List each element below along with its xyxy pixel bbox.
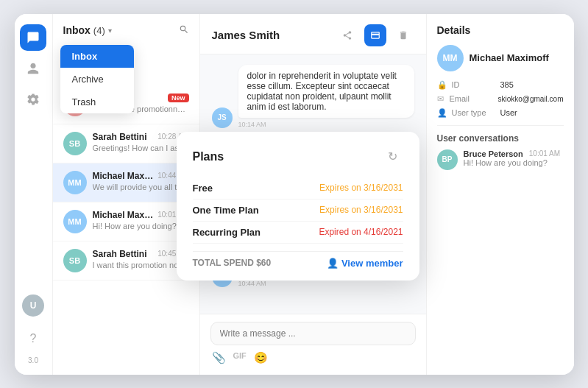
gif-icon[interactable]: GIF: [233, 351, 247, 364]
conv-name: Sarah Bettini: [93, 132, 147, 142]
plan-expiry: Expires on 3/16/2031: [319, 183, 403, 193]
details-user-row: MM Michael Maximoff: [437, 45, 564, 71]
conv-name: Michael Maximoff: [93, 171, 155, 181]
sidebar-icons: U ? 3.0: [15, 14, 53, 375]
conv-name: Sarah Bettini: [93, 249, 147, 259]
conv-preview: I want this promotion now! for this secr…: [93, 261, 189, 269]
plan-name: One Time Plan: [193, 205, 259, 216]
details-email-field: ✉ Email skiokko@gmail.com: [437, 94, 564, 104]
inbox-chevron-icon: ▾: [108, 27, 112, 35]
details-usertype-field: 👤 User type User: [437, 108, 564, 118]
plan-expiry: Expires on 3/16/2031: [319, 205, 403, 215]
plan-name: Recurring Plan: [193, 227, 261, 238]
user-conv-msg: Hi! How are you doing?: [464, 158, 561, 167]
details-email-label: Email: [449, 94, 493, 103]
new-badge: New: [168, 94, 189, 102]
plans-footer: TOTAL SPEND $60 👤 View member: [193, 251, 403, 269]
chat-header-actions: [336, 24, 414, 46]
details-user-name: Michael Maximoff: [470, 52, 549, 63]
details-usertype-label: User type: [452, 108, 496, 117]
email-icon: ✉: [437, 94, 445, 104]
dropdown-item-archive[interactable]: Archive: [60, 68, 134, 91]
details-id-label: ID: [452, 80, 496, 89]
conv-preview: Hi! How are you doing?: [93, 222, 189, 230]
plan-row-onetimeplan: One Time Plan Expires on 3/16/2031: [193, 200, 403, 222]
plans-popup-header: Plans ↻: [193, 147, 403, 167]
inbox-dropdown: Inbox Archive Trash: [60, 45, 134, 113]
avatar: MM: [63, 210, 87, 233]
details-usertype-value: User: [500, 108, 517, 117]
inbox-search-button[interactable]: [179, 24, 189, 37]
details-divider: [437, 125, 564, 126]
user-conversations-title: User conversations: [437, 133, 564, 144]
plan-row-free: Free Expires on 3/16/2031: [193, 177, 403, 200]
plans-popup: Plans ↻ Free Expires on 3/16/2031 One Ti…: [177, 132, 419, 281]
sidebar-chat-button[interactable]: [20, 24, 46, 51]
chat-contact-name: James Smith: [212, 29, 280, 41]
inbox-title-toggle[interactable]: Inbox (4) ▾: [63, 24, 112, 36]
view-member-button[interactable]: 👤 View member: [327, 258, 403, 269]
sidebar-contacts-button[interactable]: [20, 55, 46, 82]
avatar: SB: [63, 249, 87, 272]
app-container: U ? 3.0 Inbox (4) ▾ Inbox Archive Trash …: [15, 14, 574, 375]
sidebar-settings-button[interactable]: [20, 86, 46, 113]
plan-expiry: Expired on 4/16/2021: [319, 227, 403, 237]
avatar: MM: [63, 171, 87, 194]
plans-refresh-button[interactable]: ↻: [383, 147, 403, 167]
attach-icon[interactable]: 📎: [212, 351, 226, 364]
chat-share-button[interactable]: [336, 24, 358, 46]
user-conv-item[interactable]: BP Bruce Peterson 10:01 AM Hi! How are y…: [437, 149, 564, 170]
chat-input-area: 📎 GIF 😊: [200, 314, 426, 375]
emoji-icon[interactable]: 😊: [254, 351, 268, 364]
plans-total: TOTAL SPEND $60: [193, 258, 272, 268]
chat-plans-button[interactable]: [364, 24, 386, 46]
conv-name: Michael Maximoff: [93, 210, 155, 220]
sidebar-user-avatar[interactable]: U: [22, 294, 44, 317]
message-input[interactable]: [210, 322, 416, 345]
user-conv-avatar: BP: [437, 149, 458, 170]
details-panel: Details MM Michael Maximoff 🔒 ID 385 ✉ E…: [427, 14, 574, 375]
chat-delete-button[interactable]: [392, 24, 414, 46]
plan-name: Free: [193, 183, 213, 194]
details-email-value: skiokko@gmail.com: [497, 95, 563, 103]
avatar: SB: [63, 132, 87, 155]
plan-row-recurring: Recurring Plan Expired on 4/16/2021: [193, 222, 403, 244]
user-conv-name: Bruce Peterson: [464, 149, 523, 158]
dropdown-item-inbox[interactable]: Inbox: [60, 45, 134, 68]
id-icon: 🔒: [437, 80, 447, 90]
sidebar-version: 3.0: [28, 356, 38, 364]
details-avatar: MM: [437, 45, 464, 71]
message-row: JS dolor in reprehenderit in voluptate v…: [212, 65, 414, 128]
inbox-header: Inbox (4) ▾: [53, 14, 199, 43]
person-icon: 👤: [327, 258, 339, 269]
usertype-icon: 👤: [437, 108, 447, 118]
message-time: 10:14 AM: [238, 121, 414, 128]
plans-title: Plans: [193, 150, 224, 163]
details-id-field: 🔒 ID 385: [437, 80, 564, 90]
view-member-label: View member: [341, 258, 403, 269]
avatar: JS: [212, 107, 233, 128]
inbox-count: (4): [93, 25, 105, 36]
conv-preview: We will provide you all the email within…: [93, 183, 189, 191]
sidebar-help-button[interactable]: ?: [20, 325, 46, 352]
details-id-value: 385: [500, 80, 514, 89]
message-bubble: dolor in reprehenderit in voluptate veli…: [238, 65, 414, 118]
inbox-title: Inbox: [63, 24, 91, 36]
message-time: 10:44 AM: [238, 280, 414, 287]
details-title: Details: [437, 24, 564, 36]
chat-header: James Smith: [200, 14, 426, 54]
user-conv-time: 10:01 AM: [529, 149, 560, 158]
conv-preview: Greetings! How can I assist?: [93, 144, 189, 152]
dropdown-item-trash[interactable]: Trash: [60, 91, 134, 113]
